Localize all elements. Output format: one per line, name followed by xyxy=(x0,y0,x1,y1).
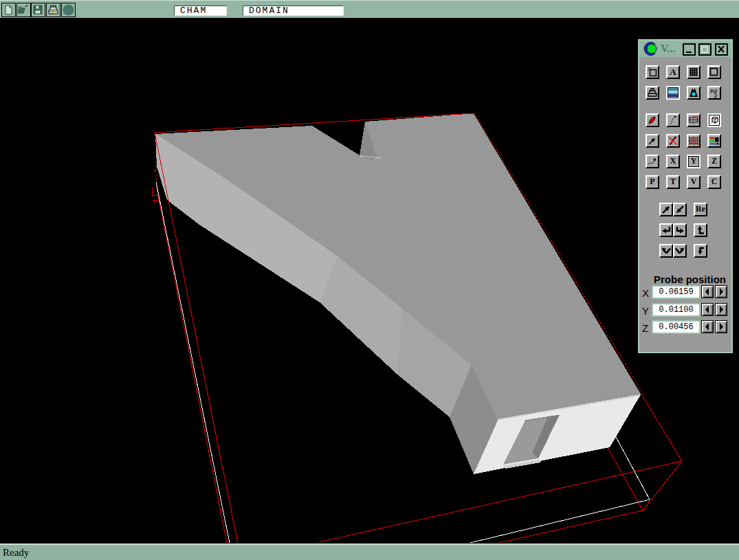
svg-text:z: z xyxy=(710,88,713,94)
